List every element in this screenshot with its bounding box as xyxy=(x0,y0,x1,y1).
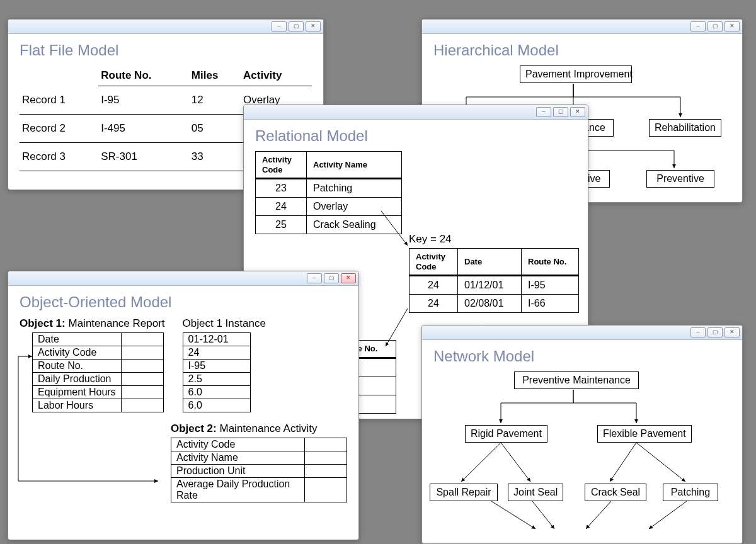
node: Rigid Pavement xyxy=(465,425,547,443)
oo-window: – ▢ ✕ Object-Oriented Model Object 1: Ma… xyxy=(8,271,359,540)
col-header: Activity Name xyxy=(307,152,402,179)
node: Crack Seal xyxy=(585,484,646,501)
titlebar: – ▢ ✕ xyxy=(244,105,588,120)
close-button[interactable]: ✕ xyxy=(570,107,585,117)
network-title: Network Model xyxy=(433,348,731,365)
node: Rehabilitation xyxy=(649,119,721,137)
records-table: Activity Code Date Route No. 2401/12/01I… xyxy=(409,248,579,313)
col-header: Route No. xyxy=(98,65,189,86)
minimize-button[interactable]: – xyxy=(536,107,551,117)
activity-table: Activity Code Activity Name 23Patching 2… xyxy=(255,151,402,234)
col-header: Date xyxy=(458,249,522,276)
obj2-label: Object 2: Maintenance Activity xyxy=(171,422,347,435)
obj1-instance-label: Object 1 Instance xyxy=(183,317,266,330)
node-root: Pavement Improvement xyxy=(520,65,632,83)
obj1-label: Object 1: Maintenance Report xyxy=(20,317,165,330)
maximize-button[interactable]: ▢ xyxy=(707,327,723,337)
maximize-button[interactable]: ▢ xyxy=(324,273,339,283)
network-window: – ▢ ✕ Network Model Preventive Maintenan… xyxy=(421,325,743,544)
relational-title: Relational Model xyxy=(255,127,576,145)
node: Patching xyxy=(663,484,718,501)
titlebar: – ▢ ✕ xyxy=(8,271,358,286)
node: Spall Repair xyxy=(430,484,498,501)
node: Flexible Pavement xyxy=(597,425,692,443)
close-button[interactable]: ✕ xyxy=(306,21,321,31)
node: Preventive xyxy=(646,170,714,188)
col-header xyxy=(20,65,98,86)
close-button[interactable]: ✕ xyxy=(341,273,356,283)
oo-title: Object-Oriented Model xyxy=(20,293,347,311)
titlebar: – ▢ ✕ xyxy=(422,20,742,34)
node: Joint Seal xyxy=(508,484,563,501)
minimize-button[interactable]: – xyxy=(690,21,706,31)
titlebar: – ▢ ✕ xyxy=(8,20,323,34)
node-root: Preventive Maintenance xyxy=(514,371,639,389)
minimize-button[interactable]: – xyxy=(690,327,706,337)
maximize-button[interactable]: ▢ xyxy=(553,107,568,117)
maximize-button[interactable]: ▢ xyxy=(289,21,304,31)
obj2-fields: Activity Code Activity Name Production U… xyxy=(171,438,347,502)
minimize-button[interactable]: – xyxy=(272,21,287,31)
col-header: Activity xyxy=(241,65,312,86)
hierarchical-title: Hierarchical Model xyxy=(433,42,731,59)
col-header: Activity Code xyxy=(410,249,458,276)
close-button[interactable]: ✕ xyxy=(724,327,740,337)
close-button[interactable]: ✕ xyxy=(724,21,740,31)
key-label: Key = 24 xyxy=(409,233,579,246)
maximize-button[interactable]: ▢ xyxy=(707,21,723,31)
flat-file-title: Flat File Model xyxy=(20,42,312,59)
obj1-fields: Date Activity Code Route No. Daily Produ… xyxy=(32,332,164,412)
obj1-instance: 01-12-01 24 I-95 2.5 6.0 6.0 xyxy=(183,332,251,412)
minimize-button[interactable]: – xyxy=(307,273,322,283)
col-header: Route No. xyxy=(522,249,579,276)
col-header: Miles xyxy=(189,65,241,86)
col-header: Activity Code xyxy=(256,152,307,179)
titlebar: – ▢ ✕ xyxy=(422,326,742,340)
